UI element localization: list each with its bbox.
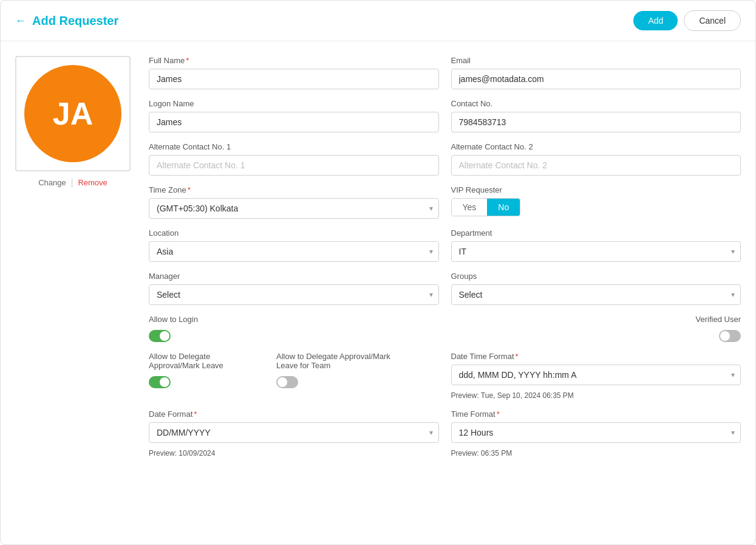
allow-delegate-team-group: Allow to Delegate Approval/Mark Leave fo… <box>276 352 398 388</box>
alt-contact2-label: Alternate Contact No. 2 <box>451 142 741 151</box>
logon-label: Logon Name <box>149 99 439 108</box>
alt-contact2-input[interactable] <box>451 155 741 176</box>
time-format-label: Time Format* <box>451 410 741 419</box>
vip-group: VIP Requester Yes No <box>451 185 741 219</box>
datetime-format-preview: Preview: Tue, Sep 10, 2024 06:35 PM <box>451 391 741 400</box>
groups-group: Groups Select ▾ <box>451 272 741 305</box>
verified-user-toggle[interactable] <box>719 330 741 342</box>
avatar: JA <box>24 65 121 162</box>
alt-contact2-group: Alternate Contact No. 2 <box>451 142 741 176</box>
allow-delegate-team-toggle[interactable] <box>276 376 298 388</box>
fullname-group: Full Name* <box>149 56 439 89</box>
manager-label: Manager <box>149 272 439 281</box>
allow-delegate-label: Allow to Delegate Approval/Mark Leave <box>149 352 258 370</box>
row-timezone-vip: Time Zone* (GMT+05:30) Kolkata ▾ VIP Req… <box>149 185 741 219</box>
allow-login-toggle[interactable] <box>149 330 171 342</box>
fullname-required: * <box>186 56 189 65</box>
email-group: Email <box>451 56 741 89</box>
vip-toggle: Yes No <box>451 198 521 216</box>
time-format-preview: Preview: 06:35 PM <box>451 449 741 458</box>
timezone-select-wrapper: (GMT+05:30) Kolkata ▾ <box>149 198 439 219</box>
row-logon-contact: Logon Name Contact No. <box>149 99 741 132</box>
location-select[interactable]: Asia <box>149 241 439 262</box>
department-label: Department <box>451 228 741 238</box>
row-date-time-format: Date Format* DD/MM/YYYY ▾ Preview: 10/09… <box>149 410 741 458</box>
datetime-format-select-wrapper: ddd, MMM DD, YYYY hh:mm A ▾ <box>451 365 741 385</box>
add-button[interactable]: Add <box>633 11 678 30</box>
back-icon[interactable]: ← <box>15 15 26 27</box>
manager-group: Manager Select ▾ <box>149 272 439 305</box>
cancel-button[interactable]: Cancel <box>684 10 741 31</box>
form-fields: Full Name* Email Logon Name Contact No. <box>149 56 741 467</box>
contact-input[interactable] <box>451 112 741 132</box>
logon-group: Logon Name <box>149 99 439 132</box>
time-format-select-wrapper: 12 Hours ▾ <box>451 422 741 443</box>
groups-label: Groups <box>451 272 741 281</box>
row-location-dept: Location Asia ▾ Department IT ▾ <box>149 228 741 262</box>
email-input[interactable] <box>451 69 741 89</box>
datetime-format-required: * <box>516 352 519 361</box>
header-actions: Add Cancel <box>633 10 741 31</box>
row-manager-groups: Manager Select ▾ Groups Select ▾ <box>149 272 741 305</box>
avatar-section: JA Change | Remove <box>15 56 131 467</box>
delegate-toggles: Allow to Delegate Approval/Mark Leave Al… <box>149 352 439 388</box>
department-select-wrapper: IT ▾ <box>451 241 741 262</box>
row-toggles1: Allow to Login Verified User <box>149 315 741 342</box>
date-format-group: Date Format* DD/MM/YYYY ▾ Preview: 10/09… <box>149 410 439 458</box>
row-alt-contacts: Alternate Contact No. 1 Alternate Contac… <box>149 142 741 176</box>
groups-select[interactable]: Select <box>451 284 741 305</box>
department-group: Department IT ▾ <box>451 228 741 262</box>
location-label: Location <box>149 228 439 238</box>
date-format-label: Date Format* <box>149 410 439 419</box>
manager-select-wrapper: Select ▾ <box>149 284 439 305</box>
avatar-initials: JA <box>53 95 93 132</box>
fullname-input[interactable] <box>149 69 439 89</box>
row-delegate-datetime: Allow to Delegate Approval/Mark Leave Al… <box>149 352 741 400</box>
timezone-select[interactable]: (GMT+05:30) Kolkata <box>149 198 439 219</box>
change-avatar-link[interactable]: Change <box>38 178 66 187</box>
contact-label: Contact No. <box>451 99 741 108</box>
vip-no-button[interactable]: No <box>487 199 520 216</box>
vip-yes-button[interactable]: Yes <box>452 199 488 216</box>
alt-contact1-label: Alternate Contact No. 1 <box>149 142 439 151</box>
allow-login-group: Allow to Login <box>149 315 439 342</box>
allow-delegate-team-label: Allow to Delegate Approval/Mark Leave fo… <box>276 352 398 370</box>
groups-select-wrapper: Select ▾ <box>451 284 741 305</box>
time-format-group: Time Format* 12 Hours ▾ Preview: 06:35 P… <box>451 410 741 458</box>
allow-login-label: Allow to Login <box>149 315 439 324</box>
remove-avatar-link[interactable]: Remove <box>78 178 107 187</box>
location-select-wrapper: Asia ▾ <box>149 241 439 262</box>
email-label: Email <box>451 56 741 65</box>
fullname-label: Full Name* <box>149 56 439 65</box>
datetime-format-group: Date Time Format* ddd, MMM DD, YYYY hh:m… <box>451 352 741 400</box>
department-select[interactable]: IT <box>451 241 741 262</box>
time-format-required: * <box>497 410 500 419</box>
avatar-divider: | <box>71 177 73 187</box>
vip-label: VIP Requester <box>451 185 741 194</box>
verified-user-label: Verified User <box>696 315 741 324</box>
timezone-group: Time Zone* (GMT+05:30) Kolkata ▾ <box>149 185 439 219</box>
location-group: Location Asia ▾ <box>149 228 439 262</box>
header-left: ← Add Requester <box>15 14 118 28</box>
row-fullname-email: Full Name* Email <box>149 56 741 89</box>
contact-group: Contact No. <box>451 99 741 132</box>
datetime-format-label: Date Time Format* <box>451 352 741 361</box>
timezone-label: Time Zone* <box>149 185 439 194</box>
header: ← Add Requester Add Cancel <box>1 1 755 41</box>
alt-contact1-group: Alternate Contact No. 1 <box>149 142 439 176</box>
date-format-required: * <box>194 410 197 419</box>
allow-delegate-toggle[interactable] <box>149 376 171 388</box>
date-format-select[interactable]: DD/MM/YYYY <box>149 422 439 443</box>
page-title: Add Requester <box>32 14 118 28</box>
avatar-actions: Change | Remove <box>38 177 107 187</box>
manager-select[interactable]: Select <box>149 284 439 305</box>
allow-delegate-group: Allow to Delegate Approval/Mark Leave <box>149 352 258 388</box>
verified-user-group: Verified User <box>451 315 741 342</box>
form-body: JA Change | Remove Full Name* Emai <box>1 41 755 482</box>
timezone-required: * <box>188 185 191 194</box>
time-format-select[interactable]: 12 Hours <box>451 422 741 443</box>
datetime-format-select[interactable]: ddd, MMM DD, YYYY hh:mm A <box>451 365 741 385</box>
alt-contact1-input[interactable] <box>149 155 439 176</box>
date-format-preview: Preview: 10/09/2024 <box>149 449 439 458</box>
logon-input[interactable] <box>149 112 439 132</box>
